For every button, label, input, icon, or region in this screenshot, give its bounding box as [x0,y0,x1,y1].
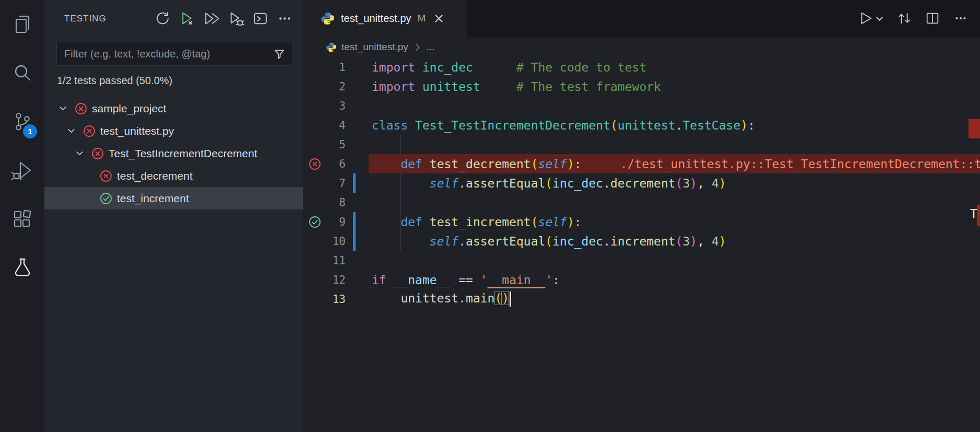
chevron-down-icon [67,127,80,135]
open-changes-button[interactable] [896,10,912,26]
extensions-icon [11,207,34,230]
test-tree-item-label: test_decrement [117,170,193,182]
show-test-output-button[interactable] [251,9,269,27]
test-failed-icon [82,124,96,138]
test-tree: sample_projecttest_unittest.pyTest_TestI… [44,97,303,209]
chevron-down-icon [58,104,72,113]
close-tab-icon[interactable] [433,13,445,25]
text-cursor [510,291,511,307]
activity-bar: 1 [0,0,44,432]
breadcrumb-file[interactable]: test_unittest.py [341,41,408,53]
line-number[interactable]: 13 [327,293,346,306]
code-line[interactable]: 6 def test_decrement(self):./test_unitte… [303,154,980,173]
editor-group: test_unittest.py M [303,0,980,432]
python-file-icon [321,11,335,26]
editor-more-actions-button[interactable] [953,10,969,26]
chevron-down-icon[interactable] [875,14,884,23]
code-line[interactable]: 10 self.assertEqual(inc_dec.increment(3)… [303,231,980,251]
editor-actions [857,0,969,37]
test-tree-item[interactable]: sample_project [44,97,303,120]
line-number[interactable]: 1 [327,61,346,74]
line-number[interactable]: 7 [327,177,346,190]
line-number[interactable]: 6 [327,158,346,170]
modified-line-indicator [353,212,356,251]
test-tree-item[interactable]: test_decrement [44,165,303,187]
split-editor-button[interactable] [925,10,940,26]
terminal-output-icon [252,10,268,27]
breadcrumb-symbol[interactable]: ... [427,41,435,53]
inline-test-error-message: ./test_unittest.py::Test_TestIncrementDe… [620,157,980,171]
files-icon [11,13,34,36]
test-tree-item[interactable]: test_increment [44,187,303,209]
activity-explorer[interactable] [0,0,44,49]
run-icon [857,10,873,26]
overview-ruler-error-mark [969,119,980,138]
line-number[interactable]: 9 [327,216,346,228]
test-failed-icon [91,147,104,160]
test-failed-icon [74,102,88,115]
rerun-failed-tests-button[interactable] [178,9,195,27]
code-line[interactable]: 8 [303,193,980,212]
run-debug-icon [11,159,34,182]
test-tree-item[interactable]: test_unittest.py [44,120,303,142]
debug-tests-icon [228,10,244,27]
panel-title: TESTING [64,14,107,24]
chevron-right-icon [413,43,422,52]
code-line[interactable]: 9 def test_increment(self): [303,212,980,231]
gutter-test-passed-icon[interactable] [303,215,327,229]
test-passed-icon [99,192,113,205]
refresh-icon [154,10,170,27]
chevron-down-icon [75,149,89,158]
line-number[interactable]: 5 [327,138,346,151]
test-tree-item-label: sample_project [92,102,166,115]
activity-source-control[interactable]: 1 [0,97,44,146]
modified-badge: M [418,13,426,24]
line-number[interactable]: 10 [327,235,346,248]
line-number[interactable]: 11 [327,254,346,267]
tab-title: test_unittest.py [341,13,411,25]
code-line[interactable]: 7 self.assertEqual(inc_dec.decrement(3),… [303,173,980,193]
search-icon [11,62,34,85]
code-line[interactable]: 1import inc_dec # The code to test [303,57,980,77]
test-tree-item[interactable]: Test_TestIncrementDecrement [44,142,303,165]
run-all-icon [203,10,219,27]
modified-line-indicator [353,173,356,193]
test-filter-box [56,42,292,66]
gutter-test-failed-icon[interactable] [303,157,327,171]
debug-tests-button[interactable] [227,9,244,27]
run-python-file-button[interactable] [857,10,884,26]
line-number[interactable]: 4 [327,119,346,132]
code-line[interactable]: 12if __name__ == '__main__': [303,270,980,289]
activity-testing[interactable] [0,243,44,291]
code-line[interactable]: 3 [303,96,980,115]
refresh-tests-button[interactable] [153,9,171,27]
line-number[interactable]: 12 [327,274,346,286]
activity-extensions[interactable] [0,194,44,243]
code-line[interactable]: 2import unittest # The test framework [303,77,980,96]
testing-panel: TESTING [44,0,303,432]
code-line[interactable]: 13 unittest.main() [303,289,980,309]
clipped-text-fragment: T [970,207,977,220]
test-filter-input[interactable] [57,48,273,60]
run-all-tests-button[interactable] [202,9,220,27]
testing-toolbar [153,9,293,27]
more-actions-button[interactable] [276,9,293,27]
code-line[interactable]: 11 [303,251,980,270]
open-changes-icon [896,10,912,26]
python-file-icon [326,42,337,53]
line-number[interactable]: 3 [327,100,346,112]
activity-search[interactable] [0,49,44,97]
code-area: 1import inc_dec # The code to test2impor… [303,57,980,309]
code-line[interactable]: 4class Test_TestIncrementDecrement(unitt… [303,115,980,135]
filter-icon[interactable] [273,48,286,60]
tab-bar: test_unittest.py M [303,0,980,37]
ellipsis-icon [953,10,969,26]
test-tree-item-label: test_unittest.py [100,125,174,137]
test-tree-item-label: Test_TestIncrementDecrement [109,147,257,160]
line-number[interactable]: 8 [327,196,346,209]
tab-test_unittest[interactable]: test_unittest.py M [303,0,467,37]
line-number[interactable]: 2 [327,80,346,93]
breadcrumb: test_unittest.py ... [303,37,980,57]
code-line[interactable]: 5 [303,135,980,154]
activity-run-debug[interactable] [0,146,44,194]
